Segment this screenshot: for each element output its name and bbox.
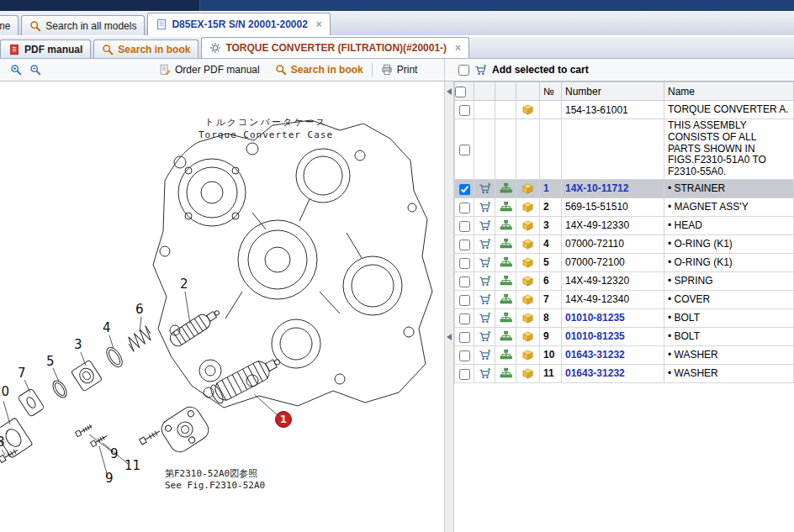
- title-bar: [0, 0, 794, 11]
- add-selected-checkbox[interactable]: [458, 65, 469, 76]
- row-select-checkbox[interactable]: [459, 145, 470, 155]
- hierarchy-icon[interactable]: [500, 182, 512, 195]
- callout-label: 6: [135, 302, 144, 317]
- figure-box-icon[interactable]: [521, 293, 534, 306]
- figure-box-icon[interactable]: [521, 219, 534, 232]
- callout-label: 2: [180, 277, 188, 292]
- collapse-arrow-icon[interactable]: [447, 88, 452, 95]
- zoom-out-icon[interactable]: [29, 64, 41, 76]
- figure-box-icon[interactable]: [521, 312, 534, 324]
- table-row: 10 01643-31232 • WASHER: [455, 345, 794, 364]
- row-select-checkbox[interactable]: [459, 369, 470, 380]
- part-name: • COVER: [664, 290, 794, 308]
- selected-part-badge[interactable]: 1: [276, 412, 292, 428]
- tab-model[interactable]: D85EX-15R S/N 20001-20002 ×: [147, 13, 330, 35]
- tab-search-all-models[interactable]: Search in all models: [21, 15, 145, 35]
- part-number[interactable]: 01643-31232: [562, 345, 664, 364]
- collapse-arrow-icon[interactable]: [447, 334, 452, 340]
- add-to-cart-icon[interactable]: [479, 219, 491, 232]
- part-number[interactable]: 01643-31232: [562, 364, 664, 382]
- part-number[interactable]: 01010-81235: [562, 308, 664, 327]
- panel-splitter[interactable]: [444, 82, 454, 532]
- hierarchy-icon[interactable]: [500, 312, 512, 324]
- row-select-checkbox[interactable]: [459, 277, 470, 287]
- parts-table: № Number Name 154-13-61001 TORQUE CONVER…: [454, 82, 794, 383]
- add-to-cart-icon[interactable]: [479, 367, 491, 380]
- model-doc-icon: [156, 18, 167, 30]
- part-ref-no: 7: [540, 290, 562, 308]
- tab-model-label: D85EX-15R S/N 20001-20002: [172, 18, 307, 30]
- row-select-checkbox[interactable]: [459, 350, 470, 361]
- tab-home[interactable]: ome: [0, 15, 19, 35]
- add-to-cart-icon[interactable]: [479, 256, 491, 269]
- figure-box-icon[interactable]: [521, 367, 534, 380]
- figure-box-icon[interactable]: [521, 103, 534, 116]
- figure-box-icon[interactable]: [521, 349, 534, 361]
- table-row: 1 14X-10-11712 • STRAINER: [455, 179, 794, 198]
- col-header-name: Name: [664, 82, 794, 101]
- toolbar-separator: [372, 63, 373, 76]
- part-number[interactable]: 01010-81235: [562, 327, 664, 345]
- part-ref-no: 8: [540, 308, 562, 327]
- table-header-row: № Number Name: [455, 82, 794, 101]
- add-to-cart-icon[interactable]: [479, 330, 491, 343]
- row-select-checkbox[interactable]: [459, 313, 470, 324]
- figure-box-icon[interactable]: [521, 201, 534, 213]
- table-row: 8 01010-81235 • BOLT: [455, 308, 794, 327]
- printer-icon: [381, 64, 393, 76]
- select-all-checkbox[interactable]: [455, 87, 466, 97]
- toolbar-divider: [444, 59, 454, 81]
- print-button[interactable]: Print: [381, 64, 418, 76]
- search-in-book-button[interactable]: Search in book: [275, 64, 363, 76]
- figure-box-icon[interactable]: [521, 238, 534, 250]
- hierarchy-icon[interactable]: [500, 238, 512, 250]
- add-to-cart-icon[interactable]: [479, 182, 491, 195]
- figure-box-icon[interactable]: [521, 182, 534, 195]
- row-select-checkbox[interactable]: [459, 295, 470, 306]
- hierarchy-icon[interactable]: [500, 349, 512, 361]
- row-select-checkbox[interactable]: [459, 332, 470, 343]
- order-pdf-manual-button[interactable]: Order PDF manual: [159, 64, 260, 76]
- figure-box-icon[interactable]: [521, 256, 534, 269]
- part-number[interactable]: 14X-10-11712: [562, 179, 664, 198]
- callout-label: 4: [103, 320, 111, 335]
- row-select-checkbox[interactable]: [459, 221, 470, 232]
- close-icon[interactable]: ×: [455, 42, 461, 54]
- part-number: 07000-72100: [562, 253, 664, 271]
- tab-pdf-manual[interactable]: PDF manual: [0, 40, 91, 58]
- part-name: • O-RING (K1): [664, 253, 794, 271]
- close-icon[interactable]: ×: [316, 18, 322, 30]
- figure-box-icon[interactable]: [521, 275, 534, 287]
- model-tab-bar: ome Search in all models D85EX-15R S/N 2…: [0, 11, 794, 37]
- part-ref-no: 5: [540, 253, 562, 271]
- table-row: 154-13-61001 TORQUE CONVERTER A.: [455, 101, 794, 119]
- tab-figure[interactable]: TORQUE CONVERTER (FILTRATION)(#20001-) ×: [201, 37, 469, 58]
- hierarchy-icon[interactable]: [500, 330, 512, 343]
- row-select-checkbox[interactable]: [459, 105, 470, 116]
- row-select-checkbox[interactable]: [459, 240, 470, 250]
- add-to-cart-icon[interactable]: [479, 275, 491, 287]
- add-to-cart-icon[interactable]: [479, 201, 491, 213]
- add-to-cart-icon[interactable]: [479, 293, 491, 306]
- hierarchy-icon[interactable]: [500, 293, 512, 306]
- row-select-checkbox[interactable]: [459, 258, 470, 269]
- add-to-cart-icon[interactable]: [479, 312, 491, 324]
- hierarchy-icon[interactable]: [500, 275, 512, 287]
- part-ref-no: [540, 119, 562, 180]
- hierarchy-icon[interactable]: [500, 201, 512, 213]
- callout-label: 7: [18, 366, 26, 381]
- tab-search-in-book[interactable]: Search in book: [93, 40, 198, 58]
- figure-box-icon[interactable]: [521, 330, 534, 343]
- hierarchy-icon[interactable]: [500, 367, 512, 380]
- add-to-cart-icon[interactable]: [479, 238, 491, 250]
- row-select-checkbox[interactable]: [459, 184, 470, 195]
- part-number: 14X-49-12330: [562, 216, 664, 234]
- hierarchy-icon[interactable]: [500, 256, 512, 269]
- zoom-in-icon[interactable]: [10, 64, 22, 76]
- part-number: 154-13-61001: [562, 101, 664, 119]
- row-select-checkbox[interactable]: [459, 203, 470, 213]
- part-number: 14X-49-12340: [562, 290, 664, 308]
- part-name: • STRAINER: [664, 179, 794, 198]
- add-to-cart-icon[interactable]: [479, 349, 491, 361]
- hierarchy-icon[interactable]: [500, 219, 512, 232]
